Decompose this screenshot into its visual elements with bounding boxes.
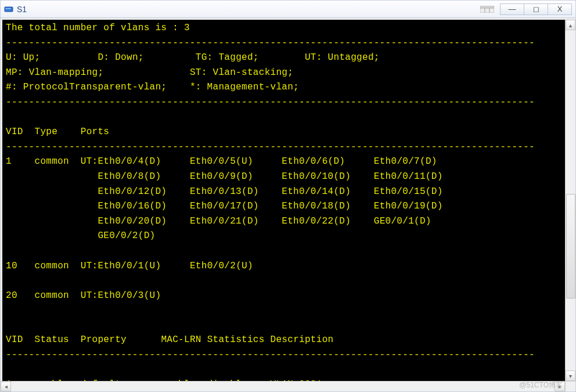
hscroll-track[interactable]	[11, 382, 555, 391]
port: Eth0/0/12(D)	[98, 186, 167, 197]
vlan-type: common	[35, 261, 69, 271]
legend-val: ProtocolTransparent-vlan;	[23, 82, 167, 92]
svg-rect-0	[5, 7, 13, 12]
legend-key: TG:	[196, 52, 213, 63]
col-header-stats: Statistics	[207, 335, 265, 345]
svg-rect-3	[9, 8, 10, 9]
legend-val: Up;	[23, 52, 41, 63]
maximize-button[interactable]: ◻	[524, 3, 548, 15]
port: Eth0/0/22(D)	[282, 216, 351, 226]
port: Eth0/0/2(U)	[190, 261, 253, 271]
horizontal-scrollbar[interactable]: ◂ ▸	[1, 381, 565, 391]
svg-rect-6	[485, 8, 489, 13]
divider: ----------------------------------------…	[6, 95, 561, 110]
legend-val: Vlan-stacking;	[213, 67, 294, 78]
port: Eth0/0/7(D)	[374, 156, 437, 167]
legend-key: ST:	[190, 67, 207, 78]
legend-key: *:	[190, 82, 201, 92]
port: Eth0/0/18(D)	[282, 201, 351, 211]
divider: ----------------------------------------…	[6, 36, 561, 51]
svg-rect-1	[6, 8, 7, 9]
vlan-vid: 10	[6, 261, 17, 271]
terminal-output: The total number of vlans is : 3--------…	[2, 20, 565, 381]
blank-line	[6, 244, 561, 259]
svg-rect-2	[8, 8, 9, 9]
scroll-corner	[565, 381, 575, 391]
port: Eth0/0/8(D)	[98, 171, 161, 182]
port: Eth0/0/9(D)	[190, 171, 253, 182]
vlan-vid: 1	[6, 156, 12, 167]
col-header-type: Type	[35, 127, 58, 137]
legend-val: Untagged;	[328, 52, 380, 63]
port: Eth0/0/5(U)	[190, 156, 253, 167]
blank-line	[6, 110, 561, 125]
port: Eth0/0/13(D)	[190, 186, 259, 197]
port: Eth0/0/15(D)	[374, 186, 443, 197]
port: Eth0/0/19(D)	[374, 201, 443, 211]
port: Eth0/0/3(U)	[98, 290, 161, 301]
svg-rect-5	[480, 8, 485, 13]
legend-val: Down;	[115, 52, 144, 63]
total-vlans-line: The total number of vlans is : 3	[6, 23, 190, 33]
legend-val: Vlan-mapping;	[29, 67, 104, 78]
divider: ----------------------------------------…	[6, 140, 561, 155]
port: Eth0/0/4(D)	[98, 156, 161, 167]
close-button[interactable]: X	[548, 3, 572, 15]
legend-key: #:	[6, 82, 17, 92]
app-icon	[4, 5, 13, 14]
col-header-maclrn: MAC-LRN	[161, 335, 201, 345]
legend-val: Management-vlan;	[207, 82, 299, 92]
port-prefix: UT:	[81, 290, 98, 301]
col-header-property: Property	[81, 335, 127, 345]
titlebar: S1 — ◻ X	[1, 1, 575, 18]
scroll-down-arrow-icon[interactable]: ▾	[566, 371, 575, 381]
blank-line	[6, 363, 561, 378]
legend-key: MP:	[6, 67, 23, 78]
port: Eth0/0/21(D)	[190, 216, 259, 226]
vertical-scrollbar[interactable]: ▴ ▾	[565, 20, 575, 381]
divider: ----------------------------------------…	[6, 348, 561, 363]
port-prefix: UT:	[81, 261, 98, 271]
port: Eth0/0/1(U)	[98, 261, 161, 271]
col-header-ports: Ports	[81, 127, 110, 137]
blank-line	[6, 318, 561, 333]
window-title: S1	[17, 5, 27, 14]
blank-line	[6, 303, 561, 318]
port: Eth0/0/11(D)	[374, 171, 443, 182]
col-header-status: Status	[35, 335, 69, 345]
svg-rect-4	[480, 6, 494, 8]
port: Eth0/0/20(D)	[98, 216, 167, 226]
legend-val: Tagged;	[218, 52, 258, 63]
minimize-button[interactable]: —	[500, 3, 524, 15]
legend-key: U:	[6, 52, 17, 63]
port-prefix: UT:	[81, 156, 98, 167]
port: Eth0/0/10(D)	[282, 171, 351, 182]
scroll-up-arrow-icon[interactable]: ▴	[566, 20, 575, 30]
port: Eth0/0/16(D)	[98, 201, 167, 211]
port: Eth0/0/17(D)	[190, 201, 259, 211]
svg-rect-7	[489, 8, 494, 13]
col-header-desc: Description	[271, 335, 334, 345]
window-controls: — ◻ X	[500, 3, 572, 15]
vlan-type: common	[35, 290, 69, 301]
vlan-vid: 20	[6, 290, 17, 301]
scroll-left-arrow-icon[interactable]: ◂	[1, 382, 11, 391]
scroll-thumb[interactable]	[566, 194, 575, 299]
legend-key: UT:	[305, 52, 322, 63]
port: GE0/0/1(D)	[374, 216, 431, 226]
port: Eth0/0/6(D)	[282, 156, 345, 167]
port: Eth0/0/14(D)	[282, 186, 351, 197]
col-header-vid: VID	[6, 127, 23, 137]
vlan-type: common	[35, 156, 69, 167]
scroll-right-arrow-icon[interactable]: ▸	[555, 382, 565, 391]
port: GE0/0/2(D)	[98, 231, 155, 241]
layout-hint-icon	[479, 4, 495, 15]
blank-line	[6, 274, 561, 289]
col-header-vid: VID	[6, 335, 23, 345]
legend-key: D:	[98, 52, 109, 63]
